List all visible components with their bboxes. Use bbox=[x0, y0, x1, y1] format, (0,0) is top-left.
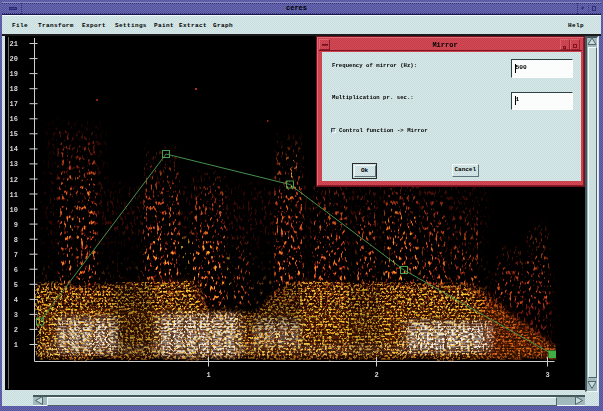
svg-text:7: 7 bbox=[14, 251, 18, 259]
svg-text:15: 15 bbox=[10, 130, 18, 138]
svg-text:2: 2 bbox=[14, 326, 18, 334]
svg-text:19: 19 bbox=[10, 70, 18, 78]
svg-text:11: 11 bbox=[10, 191, 18, 199]
svg-text:1: 1 bbox=[14, 341, 18, 349]
svg-text:10: 10 bbox=[10, 206, 18, 214]
svg-text:17: 17 bbox=[10, 100, 18, 108]
svg-text:14: 14 bbox=[10, 145, 18, 153]
svg-text:9: 9 bbox=[14, 221, 18, 229]
svg-text:4: 4 bbox=[14, 296, 18, 304]
svg-text:3: 3 bbox=[545, 371, 549, 379]
svg-text:18: 18 bbox=[10, 85, 18, 93]
svg-text:12: 12 bbox=[10, 176, 18, 184]
svg-text:21: 21 bbox=[10, 40, 18, 48]
svg-text:5: 5 bbox=[14, 281, 18, 289]
svg-text:1: 1 bbox=[206, 371, 210, 379]
svg-text:3: 3 bbox=[14, 311, 18, 319]
svg-text:6: 6 bbox=[14, 266, 18, 274]
svg-text:16: 16 bbox=[10, 115, 18, 123]
svg-text:2: 2 bbox=[374, 371, 378, 379]
svg-text:13: 13 bbox=[10, 160, 18, 168]
svg-text:20: 20 bbox=[10, 55, 18, 63]
svg-text:8: 8 bbox=[14, 236, 18, 244]
